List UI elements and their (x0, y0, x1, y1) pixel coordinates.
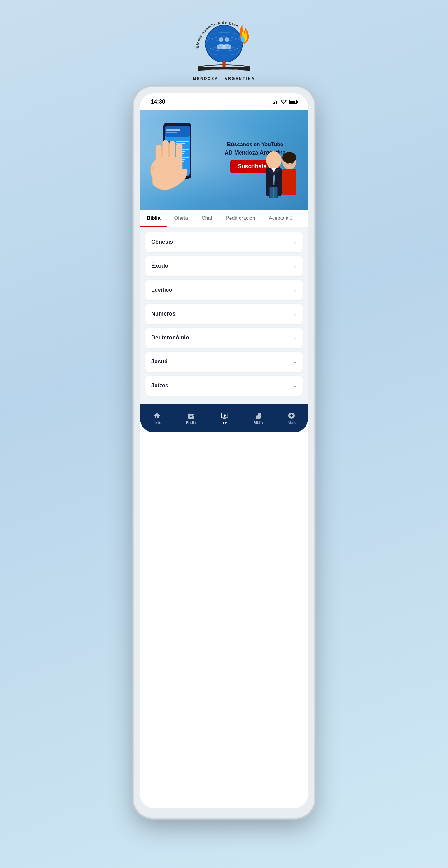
radio-icon (187, 412, 195, 420)
nav-radio-label: Radio (186, 421, 196, 425)
bible-book-name: Deuteronômio (151, 335, 189, 341)
tab-pedir-oracion[interactable]: Pedir oracion (219, 210, 262, 227)
svg-point-9 (219, 37, 223, 42)
tab-biblia[interactable]: Biblia (140, 210, 168, 227)
signal-icon (273, 100, 278, 104)
tv-icon (220, 412, 229, 420)
logo-svg: Iglesia Asamblea de Dios (187, 12, 261, 75)
home-icon (153, 412, 160, 420)
plus-circle-icon (288, 412, 295, 420)
battery-icon (289, 100, 297, 104)
nav-tv[interactable]: TV (216, 409, 234, 428)
svg-rect-17 (176, 141, 188, 142)
phone-screen: 14:30 (140, 93, 308, 808)
svg-rect-36 (282, 169, 296, 195)
logo-argentina: ARGENTINA (225, 76, 255, 81)
tabs-bar: Biblia Oferta Chat Pedir oracion Acepta … (140, 210, 308, 227)
logo-main: Iglesia Asamblea de Dios (187, 12, 261, 81)
chevron-down-icon: ⌄ (293, 311, 297, 317)
bible-book-deuteronomio[interactable]: Deuteronômio ⌄ (145, 328, 303, 348)
chevron-down-icon: ⌄ (293, 263, 297, 269)
bible-book-numeros[interactable]: Números ⌄ (145, 304, 303, 324)
svg-rect-15 (167, 132, 177, 133)
status-icons (273, 100, 297, 104)
status-time: 14:30 (151, 98, 165, 105)
nav-mais[interactable]: Mais (283, 409, 301, 428)
phone-frame: 14:30 (134, 87, 314, 818)
banner: Búscanos en YouTube AD Mendoza Argentina… (140, 111, 308, 210)
chevron-down-icon: ⌄ (293, 359, 297, 365)
book-icon (255, 412, 262, 420)
tab-chat[interactable]: Chat (195, 210, 219, 227)
svg-rect-14 (167, 129, 180, 131)
bible-book-levitico[interactable]: Levítico ⌄ (145, 280, 303, 300)
banner-people-image (252, 142, 308, 210)
bible-book-name: Juízes (151, 382, 168, 389)
bible-book-name: Levítico (151, 287, 172, 293)
nav-biblia-label: Biblia (253, 421, 263, 425)
chevron-down-icon: ⌄ (293, 287, 297, 293)
nav-tv-label: TV (222, 421, 227, 425)
svg-point-29 (266, 151, 281, 169)
people-svg (252, 142, 308, 210)
hand-phone-svg (146, 111, 199, 204)
logo-location-text: MENDOZA ARGENTINA (193, 76, 255, 81)
svg-rect-13 (165, 126, 190, 137)
nav-inicio-label: Inicio (152, 421, 161, 425)
chevron-down-icon: ⌄ (293, 383, 297, 389)
svg-point-40 (282, 152, 296, 163)
logo-mendoza: MENDOZA (193, 76, 218, 81)
tab-oferta[interactable]: Oferta (168, 210, 195, 227)
chevron-down-icon: ⌄ (293, 239, 297, 245)
svg-point-10 (225, 37, 229, 42)
nav-inicio[interactable]: Inicio (147, 409, 166, 428)
nav-radio[interactable]: Radio (181, 409, 201, 428)
nav-mais-label: Mais (288, 421, 296, 425)
bottom-nav: Inicio Radio TV (140, 404, 308, 432)
status-bar: 14:30 (140, 93, 308, 111)
tab-acepta[interactable]: Acepta a J (262, 210, 299, 227)
bible-book-juizes[interactable]: Juízes ⌄ (145, 376, 303, 396)
logo-area: Iglesia Asamblea de Dios (187, 12, 261, 81)
chevron-down-icon: ⌄ (293, 335, 297, 341)
bible-book-josue[interactable]: Josué ⌄ (145, 352, 303, 372)
bible-book-name: Números (151, 311, 176, 317)
bible-book-name: Êxodo (151, 263, 168, 269)
bible-book-name: Gênesis (151, 239, 173, 245)
bible-book-genesis[interactable]: Gênesis ⌄ (145, 232, 303, 252)
banner-text-area: Búscanos en YouTube AD Mendoza Argentina… (208, 141, 302, 179)
banner-phone-mockup (146, 117, 208, 204)
wifi-icon (281, 100, 287, 104)
bible-book-name: Josué (151, 359, 168, 365)
bible-list: Gênesis ⌄ Êxodo ⌄ Levítico ⌄ Números ⌄ D… (140, 227, 308, 404)
bible-book-exodo[interactable]: Êxodo ⌄ (145, 256, 303, 276)
nav-biblia[interactable]: Biblia (248, 409, 268, 428)
